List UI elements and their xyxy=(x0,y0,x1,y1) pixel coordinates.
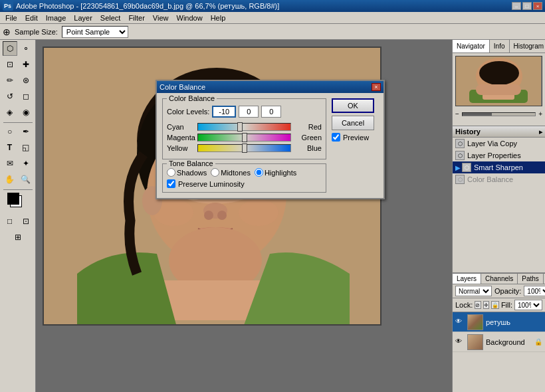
tab-info[interactable]: Info xyxy=(490,40,510,52)
lock-all-icon[interactable]: 🔒 xyxy=(491,301,499,309)
zoom-slider[interactable] xyxy=(462,112,536,116)
fill-label: Fill: xyxy=(501,301,512,309)
zoom-out-icon[interactable]: − xyxy=(455,110,459,118)
lock-position-icon[interactable]: ✛ xyxy=(483,301,489,309)
tool-row-8: ✉ ✦ xyxy=(3,156,33,171)
color-balance-dialog[interactable]: Color Balance × Color Balance Color Leve… xyxy=(156,80,385,199)
cancel-button[interactable]: Cancel xyxy=(332,116,374,130)
history-item-1[interactable]: ⬡ Layer Properties xyxy=(453,149,545,161)
midtones-label: Midtones xyxy=(221,169,251,177)
highlights-radio[interactable]: Highlights xyxy=(255,168,296,177)
cyan-red-thumb[interactable] xyxy=(237,122,243,132)
tab-paths[interactable]: Paths xyxy=(518,274,544,284)
menu-edit[interactable]: Edit xyxy=(21,13,42,23)
history-item-2[interactable]: ▶ ⬡ Smart Sharpen xyxy=(453,161,545,173)
color-levels-label: Color Levels: xyxy=(167,108,209,116)
magenta-green-slider[interactable] xyxy=(197,134,291,142)
tab-layers[interactable]: Layers xyxy=(453,274,481,284)
yellow-blue-slider[interactable] xyxy=(197,144,291,152)
svg-point-22 xyxy=(239,199,278,226)
tool-row-5: ◈ ◉ xyxy=(3,105,33,120)
layers-panel: Layers Channels Paths Normal Opacity: 10… xyxy=(453,272,545,392)
menu-filter[interactable]: Filter xyxy=(124,13,148,23)
right-panel: Navigator Info Histogram − xyxy=(452,40,545,392)
screen-mode[interactable]: ⊞ xyxy=(11,230,25,245)
tab-channels[interactable]: Channels xyxy=(481,274,518,284)
menu-file[interactable]: File xyxy=(1,13,21,23)
shadows-radio[interactable]: Shadows xyxy=(167,168,207,177)
opacity-select[interactable]: 100% xyxy=(524,286,545,296)
ok-button[interactable]: OK xyxy=(332,98,374,113)
magenta-green-thumb[interactable] xyxy=(242,133,247,142)
eraser-tool[interactable]: ◻ xyxy=(19,89,33,104)
gradient-tool[interactable]: ◈ xyxy=(3,105,17,120)
color-balance-group-label: Color Balance xyxy=(167,94,217,102)
eyedropper-tool[interactable]: ✦ xyxy=(19,156,33,171)
preserve-luminosity-checkbox[interactable] xyxy=(167,179,175,188)
quick-mask-mode[interactable]: ⊡ xyxy=(19,214,33,229)
lock-pixels-icon[interactable]: ⊘ xyxy=(475,301,481,309)
color-level-2-input[interactable] xyxy=(239,106,259,118)
crop-tool[interactable]: ⊡ xyxy=(3,57,17,72)
menu-layer[interactable]: Layer xyxy=(70,13,96,23)
color-swatches[interactable] xyxy=(7,193,29,211)
history-label-1: Layer Properties xyxy=(467,151,521,159)
shadows-radio-input[interactable] xyxy=(167,168,175,177)
quick-mask-tools: □ ⊡ xyxy=(3,214,33,229)
history-brush-tool[interactable]: ↺ xyxy=(3,89,17,104)
preserve-luminosity-label: Preserve Luminosity xyxy=(178,180,245,188)
hand-tool[interactable]: ✋ xyxy=(3,172,17,187)
brush-tool[interactable]: ✏ xyxy=(3,73,17,88)
menu-select[interactable]: Select xyxy=(96,13,125,23)
midtones-radio-input[interactable] xyxy=(211,168,219,177)
cyan-red-slider[interactable] xyxy=(197,123,291,131)
stamp-tool[interactable]: ⊛ xyxy=(19,73,33,88)
standard-mode[interactable]: □ xyxy=(3,214,17,229)
heal-tool[interactable]: ✚ xyxy=(19,57,33,72)
history-item-0[interactable]: ⬡ Layer Via Copy xyxy=(453,138,545,149)
maximize-button[interactable]: □ xyxy=(522,2,532,10)
history-icon-1: ⬡ xyxy=(455,151,465,160)
dialog-close-button[interactable]: × xyxy=(372,83,381,91)
marquee-tool[interactable]: ⬡ xyxy=(3,41,17,56)
history-item-3[interactable]: ⬡ Color Balance xyxy=(453,173,545,185)
zoom-in-icon[interactable]: + xyxy=(538,110,542,118)
highlights-radio-input[interactable] xyxy=(255,168,263,177)
sample-size-select[interactable]: Point Sample 3 by 3 Average 5 by 5 Avera… xyxy=(62,26,128,38)
blur-tool[interactable]: ◉ xyxy=(19,105,33,120)
layer-item-1[interactable]: 👁 Background 🔒 xyxy=(453,332,545,352)
menu-image[interactable]: Image xyxy=(42,13,70,23)
preview-checkbox[interactable] xyxy=(332,133,340,142)
tool-row-6: ○ ✒ xyxy=(3,124,33,139)
type-tool[interactable]: T xyxy=(3,140,17,155)
dodge-tool[interactable]: ○ xyxy=(3,124,17,139)
layer-thumb-1 xyxy=(467,334,483,350)
color-level-1-input[interactable] xyxy=(212,106,236,118)
history-menu-icon[interactable]: ▸ xyxy=(539,128,542,136)
minimize-button[interactable]: – xyxy=(512,2,521,10)
pen-tool[interactable]: ✒ xyxy=(19,124,33,139)
close-button[interactable]: × xyxy=(533,2,542,10)
midtones-radio[interactable]: Midtones xyxy=(211,168,251,177)
lasso-tool[interactable]: ⚬ xyxy=(19,41,33,56)
color-level-3-input[interactable] xyxy=(261,106,281,118)
layer-eye-0[interactable]: 👁 xyxy=(455,318,465,327)
menu-help[interactable]: Help xyxy=(207,13,230,23)
menu-view[interactable]: View xyxy=(149,13,173,23)
fill-select[interactable]: 100% xyxy=(514,300,542,310)
tool-row-3: ✏ ⊛ xyxy=(3,73,33,88)
zoom-tool[interactable]: 🔍 xyxy=(19,172,33,187)
history-icon-2: ⬡ xyxy=(462,163,471,172)
layer-item-0[interactable]: 👁 ретушь xyxy=(453,312,545,332)
shape-tool[interactable]: ◱ xyxy=(19,140,33,155)
window-controls: – □ × xyxy=(512,2,542,10)
layer-eye-1[interactable]: 👁 xyxy=(455,338,465,347)
canvas-area[interactable]: Color Balance × Color Balance Color Leve… xyxy=(36,40,452,392)
tab-navigator[interactable]: Navigator xyxy=(453,40,490,52)
yellow-blue-thumb[interactable] xyxy=(242,144,247,153)
history-label-2: Smart Sharpen xyxy=(474,163,523,171)
notes-tool[interactable]: ✉ xyxy=(3,156,17,171)
tab-histogram[interactable]: Histogram xyxy=(510,40,546,52)
blend-mode-select[interactable]: Normal xyxy=(455,286,492,296)
menu-window[interactable]: Window xyxy=(173,13,207,23)
